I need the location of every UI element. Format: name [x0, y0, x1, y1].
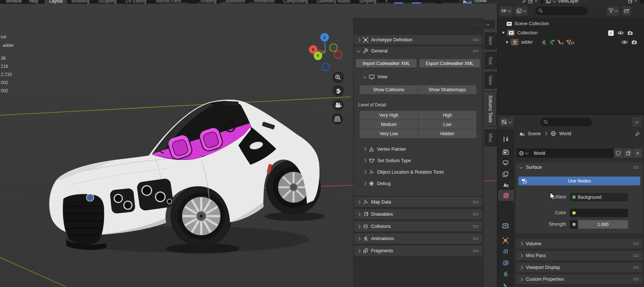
panel-archetype-definition[interactable]: Archetype Definition [354, 35, 482, 45]
panel-drawables[interactable]: Drawables [354, 209, 482, 219]
sidebar-tab-sollumz-tools[interactable]: Sollumz Tools [484, 91, 497, 127]
workspace-tab-geometry-nodes[interactable]: Geometry Nodes [312, 0, 355, 4]
panel-volume[interactable]: Volume [516, 239, 643, 249]
subpanel-view-header[interactable]: View [360, 72, 482, 82]
sidebar-tab-view[interactable]: View [484, 72, 497, 89]
view-layer-selector[interactable]: ViewLayer × [543, 0, 640, 4]
pin-icon[interactable] [635, 131, 640, 137]
tab-tool[interactable] [500, 134, 511, 144]
subpanel-debug[interactable]: Debug [360, 178, 482, 189]
show-collisions-button[interactable]: Show Collisions [360, 85, 418, 94]
drag-grip[interactable] [473, 38, 479, 41]
strength-field[interactable]: 1.000 [570, 220, 628, 229]
camera-restrict-icon[interactable] [631, 40, 637, 45]
tab-world[interactable] [498, 190, 514, 201]
tab-constraints[interactable] [500, 247, 511, 256]
drag-grip[interactable] [473, 225, 479, 228]
outliner-row-scene-collection[interactable]: Scene Collection [506, 19, 549, 28]
breadcrumb-scene[interactable]: Scene [528, 131, 541, 136]
checkbox-icon[interactable]: ✓ [608, 30, 614, 36]
tab-render[interactable] [500, 147, 511, 157]
sidebar-tab-tool[interactable]: Tool [484, 52, 497, 69]
drag-grip[interactable] [633, 254, 639, 257]
world-browse-dropdown[interactable] [517, 148, 530, 158]
panel-map-data[interactable]: Map Data [354, 197, 482, 207]
tab-output[interactable] [500, 158, 511, 168]
use-nodes-button[interactable]: Use Nodes [518, 177, 640, 185]
outliner-filter-button[interactable] [607, 6, 619, 16]
properties-options-dropdown[interactable] [632, 117, 641, 127]
drag-grip[interactable] [633, 166, 639, 169]
outliner-search-input[interactable] [535, 7, 588, 15]
surface-shader-dropdown[interactable]: Background [570, 193, 628, 201]
import-codewalker-button[interactable]: Import Codewalker XML [356, 59, 417, 68]
pan-button[interactable] [332, 85, 344, 97]
zoom-button[interactable] [332, 72, 344, 83]
workspace-tab-sculpting[interactable]: Sculpting [94, 0, 121, 4]
color-field[interactable] [570, 209, 628, 217]
outliner-row-collection[interactable]: Collection [502, 28, 538, 37]
subpanel-object-location-rotation[interactable]: Object Location & Rotation Tools [360, 166, 482, 178]
lod-hidden-button[interactable]: Hidden [418, 129, 477, 138]
camera-restrict-icon[interactable] [627, 31, 633, 35]
tab-view-layer[interactable] [500, 169, 511, 179]
workspace-tab-layout[interactable]: Layout [45, 0, 67, 4]
remove-view-layer-icon[interactable]: × [634, 0, 637, 4]
tab-bone[interactable] [500, 281, 511, 287]
drag-grip[interactable] [473, 249, 479, 252]
export-codewalker-button[interactable]: Export Codewalker XML [419, 59, 480, 68]
panel-viewport-display[interactable]: Viewport Display [516, 263, 643, 272]
panel-custom-properties[interactable]: Custom Properties [516, 274, 643, 284]
properties-search-input[interactable] [540, 118, 592, 126]
panel-fragments[interactable]: Fragments [354, 246, 482, 256]
breadcrumb-world[interactable]: World [559, 131, 571, 136]
sidebar-tab-item[interactable]: Item [484, 33, 497, 49]
drag-grip[interactable] [473, 201, 479, 204]
lod-high-button[interactable]: High [418, 111, 477, 120]
drag-grip[interactable] [633, 278, 639, 281]
properties-editor-type-dropdown[interactable] [499, 117, 514, 127]
tab-physics[interactable] [500, 258, 511, 267]
eye-icon[interactable] [617, 31, 624, 35]
unlink-datablock-button[interactable]: × [633, 148, 642, 158]
gizmo-axis-neg-x[interactable] [335, 51, 342, 59]
drag-grip[interactable] [633, 242, 639, 245]
drag-grip[interactable] [473, 237, 479, 240]
gizmo-axis-neg-z[interactable] [322, 63, 330, 71]
eye-icon[interactable] [621, 40, 628, 44]
panel-animations[interactable]: Animations [354, 233, 482, 244]
world-name-field[interactable]: World [530, 148, 614, 158]
panel-collisions[interactable]: Collisions [354, 221, 482, 232]
lod-very-high-button[interactable]: Very High [360, 111, 418, 120]
outliner-row-adder[interactable]: adder [506, 38, 533, 47]
menu-help[interactable]: Help [25, 0, 42, 4]
lod-very-low-button[interactable]: Very Low [360, 129, 418, 138]
fake-user-button[interactable] [614, 148, 623, 158]
disclosure-triangle[interactable] [506, 41, 508, 44]
new-collection-button[interactable] [622, 6, 631, 16]
gizmo-axis-neg-y[interactable] [330, 44, 338, 52]
tab-object-data[interactable] [500, 269, 511, 279]
subpanel-set-sollum-type[interactable]: Set Sollum Type [360, 155, 482, 166]
camera-view-button[interactable] [332, 99, 344, 111]
car-model[interactable] [44, 92, 324, 265]
viewport-3d[interactable]: ive adder 36 216 2,733 002 002 Z X Y [0, 4, 497, 287]
new-scene-icon[interactable] [528, 0, 532, 3]
tab-collection[interactable] [500, 221, 511, 230]
panel-mist-pass[interactable]: Mist Pass [516, 251, 643, 260]
outliner-display-mode-dropdown[interactable] [500, 6, 513, 16]
drag-grip[interactable] [633, 266, 639, 269]
panel-general-header[interactable]: General [354, 46, 482, 56]
workspace-tab-compositing[interactable]: Compositing [279, 0, 312, 4]
new-view-layer-icon[interactable] [628, 0, 632, 3]
outliner-filter-dropdown[interactable] [515, 6, 528, 16]
toggle-grid-button[interactable] [332, 113, 343, 124]
drag-grip[interactable] [473, 213, 479, 216]
unlink-scene-icon[interactable]: × [535, 0, 537, 4]
pin-icon[interactable] [522, 0, 526, 3]
show-shattermaps-button[interactable]: Show Shattermaps [418, 85, 477, 94]
navigation-gizmo[interactable]: Z X Y [306, 31, 346, 72]
menu-window[interactable]: Window [2, 0, 25, 4]
lod-medium-button[interactable]: Medium [360, 120, 418, 129]
tab-object[interactable] [500, 236, 511, 245]
